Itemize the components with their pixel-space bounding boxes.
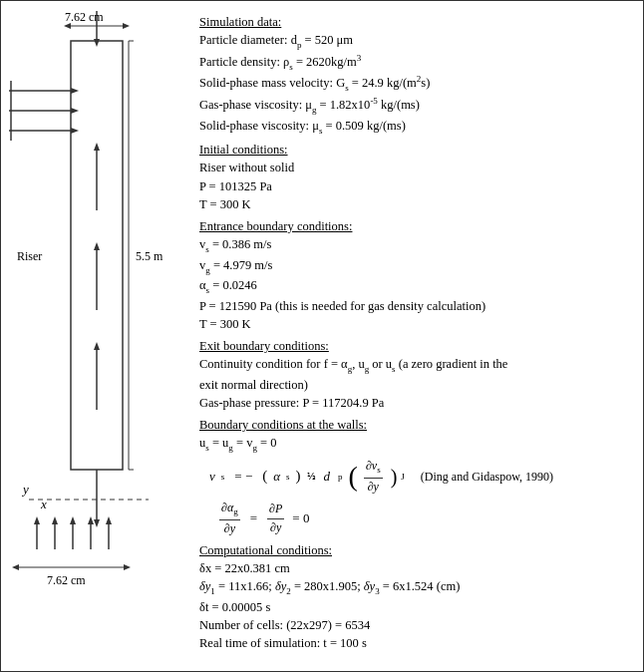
svg-text:7.62 cm: 7.62 cm <box>47 573 86 587</box>
simulation-data-panel: Simulation data: Particle diameter: dp =… <box>193 11 635 663</box>
exit-continuity2: exit normal direction) <box>199 376 629 394</box>
cells-val: Number of cells: (22x297) = 6534 <box>199 616 629 634</box>
wall-heading: Boundary conditions at the walls: <box>199 416 629 434</box>
svg-text:x: x <box>40 497 47 511</box>
vs-entrance: vs = 0.386 m/s <box>199 235 629 256</box>
dt-val: δt = 0.00005 s <box>199 598 629 616</box>
svg-marker-32 <box>88 516 94 524</box>
svg-marker-24 <box>94 519 100 527</box>
wall-velocity: us = ug = vg = 0 <box>199 434 629 455</box>
P-entrance: P = 121590 Pa (this is needed for gas de… <box>199 297 629 315</box>
gas-pressure-exit: Gas-phase pressure: P = 117204.9 Pa <box>199 394 629 412</box>
initial-conditions-heading: Initial conditions: <box>199 141 629 159</box>
svg-marker-10 <box>123 23 130 29</box>
vg-entrance: vg = 4.979 m/s <box>199 256 629 277</box>
realtime-val: Real time of simulation: t = 100 s <box>199 634 629 652</box>
exit-heading: Exit boundary conditions: <box>199 337 629 355</box>
particle-diameter: Particle diameter: dp = 520 μm <box>199 31 629 52</box>
solid-mass-velocity: Solid-phase mass velocity: Gs = 24.9 kg/… <box>199 73 629 95</box>
T-initial: T = 300 K <box>199 195 629 213</box>
diagram-panel: y x 7.62 cm 5.5 m Riser 7.62 cm <box>9 11 193 663</box>
svg-marker-30 <box>70 516 76 524</box>
exit-continuity: Continuity condition for f = αg, ug or u… <box>199 355 629 376</box>
alpha-entrance: αs = 0.0246 <box>199 276 629 297</box>
partial-formula: ∂αg ∂y = ∂P ∂y = 0 <box>219 500 629 537</box>
svg-text:7.62 cm: 7.62 cm <box>65 11 104 24</box>
vs-formula: vs = − (αs)⅓ dp ( ∂vs ∂y ) J (Ding and G… <box>209 458 629 496</box>
svg-marker-28 <box>52 516 58 524</box>
riser-without-solid: Riser without solid <box>199 159 629 176</box>
gas-viscosity: Gas-phase viscosity: μg = 1.82x10-5 kg/(… <box>199 95 629 117</box>
svg-marker-37 <box>124 564 131 570</box>
svg-marker-34 <box>106 516 112 524</box>
dx-val: δx = 22x0.381 cm <box>199 559 629 577</box>
sim-heading: Simulation data: <box>199 13 629 31</box>
solid-viscosity: Solid-phase viscosity: μs = 0.509 kg/(ms… <box>199 117 629 138</box>
entrance-heading: Entrance boundary conditions: <box>199 217 629 235</box>
P-initial: P = 101325 Pa <box>199 177 629 195</box>
svg-text:Riser: Riser <box>17 249 42 263</box>
svg-text:5.5 m: 5.5 m <box>136 249 163 263</box>
svg-marker-26 <box>34 516 40 524</box>
dy-val: δy1 = 11x1.66; δy2 = 280x1.905; δy3 = 6x… <box>199 577 629 598</box>
particle-density: Particle density: ρs = 2620kg/m3 <box>199 52 629 74</box>
svg-marker-36 <box>12 564 19 570</box>
riser-diagram: y x 7.62 cm 5.5 m Riser 7.62 cm <box>9 11 193 629</box>
computational-heading: Computational conditions: <box>199 541 629 559</box>
svg-text:y: y <box>21 482 29 497</box>
T-entrance: T = 300 K <box>199 315 629 333</box>
